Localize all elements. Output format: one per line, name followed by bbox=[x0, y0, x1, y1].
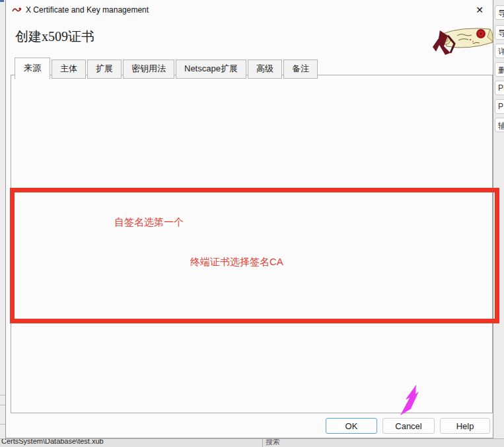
tab-advanced[interactable]: 高级 bbox=[248, 60, 282, 79]
xca-scroll-logo bbox=[432, 24, 495, 57]
background-button-pkcs[interactable]: PK bbox=[495, 81, 504, 95]
divider bbox=[262, 439, 263, 447]
tab-bar: 来源 主体 扩展 密钥用法 Netscape扩展 高级 备注 bbox=[15, 58, 319, 79]
page-title: 创建x509证书 bbox=[15, 28, 94, 46]
help-button[interactable]: Help bbox=[440, 418, 490, 434]
divider bbox=[0, 424, 5, 425]
background-window-right-edge: 导 导 详 删 PK P 辅 bbox=[493, 0, 504, 447]
xca-app-icon bbox=[12, 6, 22, 14]
background-button-p7[interactable]: P bbox=[495, 99, 504, 114]
tab-source[interactable]: 来源 bbox=[15, 58, 50, 79]
database-path-label: CertsSystem\Database\test.xub bbox=[1, 438, 104, 445]
search-label: 搜索 bbox=[266, 438, 280, 447]
annotation-note-self-signed: 自签名选第一个 bbox=[114, 216, 184, 229]
background-window-left-edge bbox=[0, 0, 5, 447]
tab-extensions[interactable]: 扩展 bbox=[87, 60, 122, 79]
ok-button[interactable]: OK bbox=[326, 418, 377, 434]
dialog-titlebar: X Certificate and Key management ✕ bbox=[6, 0, 493, 20]
background-button-import[interactable]: 导 bbox=[495, 5, 504, 20]
create-x509-dialog: X Certificate and Key management ✕ 创建x50… bbox=[5, 0, 493, 438]
background-button-delete[interactable]: 删 bbox=[495, 62, 504, 77]
background-accent bbox=[0, 0, 4, 2]
close-icon[interactable]: ✕ bbox=[472, 3, 487, 17]
background-button-plain[interactable]: 辅 bbox=[495, 118, 504, 132]
background-button-export[interactable]: 导 bbox=[495, 25, 504, 40]
annotation-note-end-cert: 终端证书选择签名CA bbox=[190, 256, 283, 268]
annotation-arrow-icon bbox=[394, 382, 428, 417]
divider bbox=[0, 395, 5, 395]
tab-pane-source bbox=[11, 75, 493, 413]
tab-comment[interactable]: 备注 bbox=[283, 60, 318, 79]
cancel-button[interactable]: Cancel bbox=[382, 418, 435, 434]
tab-netscape[interactable]: Netscape扩展 bbox=[176, 60, 246, 79]
tab-subject[interactable]: 主体 bbox=[52, 60, 86, 79]
screen: 导 导 详 删 PK P 辅 CertsSystem\Database\test… bbox=[0, 0, 504, 447]
background-status-bar: CertsSystem\Database\test.xub 搜索 bbox=[0, 438, 504, 447]
window-title: X Certificate and Key management bbox=[26, 5, 149, 15]
background-button-details[interactable]: 详 bbox=[495, 44, 504, 58]
divider bbox=[0, 405, 5, 405]
tab-key-usage[interactable]: 密钥用法 bbox=[123, 60, 174, 79]
